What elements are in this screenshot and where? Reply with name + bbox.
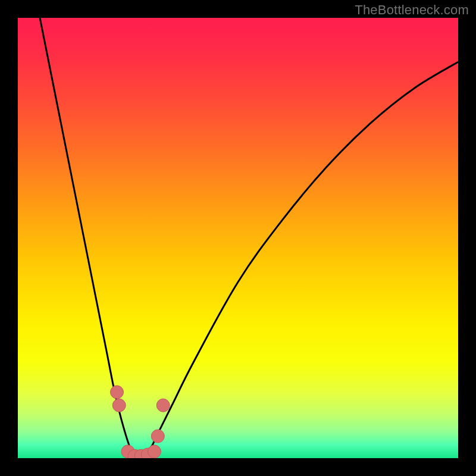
bottleneck-curve: [40, 18, 458, 458]
marker-point: [148, 445, 161, 458]
chart-frame: [18, 18, 458, 458]
bottleneck-chart: [18, 18, 458, 458]
marker-point: [151, 430, 164, 443]
watermark: TheBottleneck.com: [355, 2, 469, 18]
marker-point: [112, 399, 126, 412]
marker-point: [156, 399, 170, 412]
highlighted-points: [111, 386, 170, 458]
marker-point: [111, 386, 124, 399]
